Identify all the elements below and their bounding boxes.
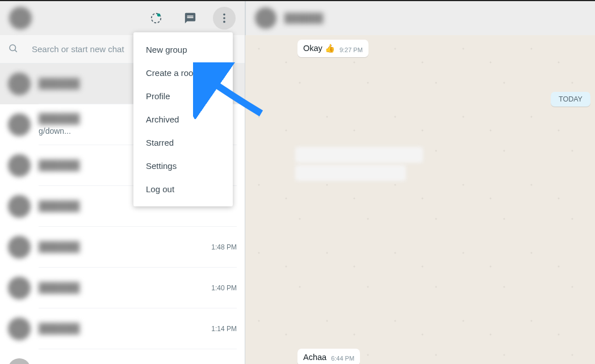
chat-meta: Ram Mandir @5 Augyesterday: [39, 349, 237, 364]
chat-avatar: [8, 236, 31, 259]
menu-item-settings[interactable]: Settings: [133, 154, 233, 177]
chat-meta: ██████1:40 PM: [39, 268, 237, 308]
doodle-background: [245, 35, 595, 364]
messages-area[interactable]: Okay 👍 9:27 PM TODAY Achaa 6:44 PM: [245, 35, 595, 364]
chat-avatar: [8, 73, 31, 95]
menu-dropdown: New groupCreate a roomProfileArchivedSta…: [133, 32, 233, 206]
chat-avatar: [8, 277, 31, 299]
chat-avatar: [8, 318, 31, 340]
contact-avatar[interactable]: [255, 7, 276, 29]
redacted-message: [295, 147, 423, 163]
svg-point-3: [223, 17, 225, 19]
chat-meta: ██████1:48 PM: [39, 227, 237, 268]
chat-avatar: [8, 154, 31, 177]
chat-avatar: [8, 113, 31, 136]
chat-time: 1:48 PM: [211, 243, 237, 251]
message-time: 6:44 PM: [331, 355, 354, 362]
chat-name: ██████: [39, 201, 79, 212]
conversation-header: ██████: [245, 1, 595, 35]
chat-meta: ██████1:14 PM: [39, 308, 237, 349]
message-text: Achaa: [303, 353, 326, 362]
search-icon: [8, 43, 18, 56]
status-icon[interactable]: [145, 7, 167, 29]
new-chat-icon[interactable]: [179, 7, 202, 29]
chat-name: ██████: [39, 113, 79, 125]
message-bubble: Achaa 6:44 PM: [298, 349, 360, 364]
sidebar-header: [0, 1, 245, 35]
chat-avatar: [8, 358, 31, 364]
menu-item-create-a-room[interactable]: Create a room: [133, 61, 233, 84]
chat-time: 1:40 PM: [211, 284, 237, 292]
menu-item-new-group[interactable]: New group: [133, 38, 233, 61]
svg-line-6: [15, 50, 16, 52]
menu-icon[interactable]: [213, 7, 236, 29]
chat-item[interactable]: ██████1:48 PM: [0, 227, 245, 268]
chat-item[interactable]: ██████1:40 PM: [0, 268, 245, 308]
svg-point-5: [10, 45, 16, 51]
chat-name: ██████: [39, 282, 79, 294]
message-text: Okay 👍: [303, 44, 335, 53]
menu-item-starred[interactable]: Starred: [133, 131, 233, 154]
chat-item[interactable]: ██████1:14 PM: [0, 308, 245, 349]
chat-name: ██████: [39, 78, 79, 90]
header-actions: [145, 7, 236, 29]
date-chip: TODAY: [551, 92, 590, 107]
chat-avatar: [8, 195, 31, 218]
chat-name: ██████: [39, 242, 79, 253]
conversation-pane: ██████ Okay 👍 9:27 PM TODAY Achaa 6:44 P…: [245, 1, 595, 364]
svg-point-2: [223, 14, 225, 16]
svg-point-4: [223, 21, 225, 23]
message-bubble: Okay 👍 9:27 PM: [298, 40, 368, 57]
chat-item[interactable]: Ram Mandir @5 Augyesterday: [0, 349, 245, 364]
chat-name: ██████: [39, 323, 79, 335]
menu-item-archived[interactable]: Archived: [133, 108, 233, 131]
redacted-message: [295, 165, 406, 181]
menu-item-profile[interactable]: Profile: [133, 84, 233, 108]
menu-item-log-out[interactable]: Log out: [133, 177, 233, 201]
self-avatar[interactable]: [9, 7, 32, 29]
chat-time: 1:14 PM: [211, 325, 237, 333]
message-time: 9:27 PM: [340, 46, 363, 53]
chat-name: ██████: [39, 160, 79, 171]
sidebar: ████████████g/down...██████████████████1…: [0, 1, 245, 364]
svg-point-1: [157, 14, 161, 17]
contact-name: ██████: [284, 13, 323, 23]
